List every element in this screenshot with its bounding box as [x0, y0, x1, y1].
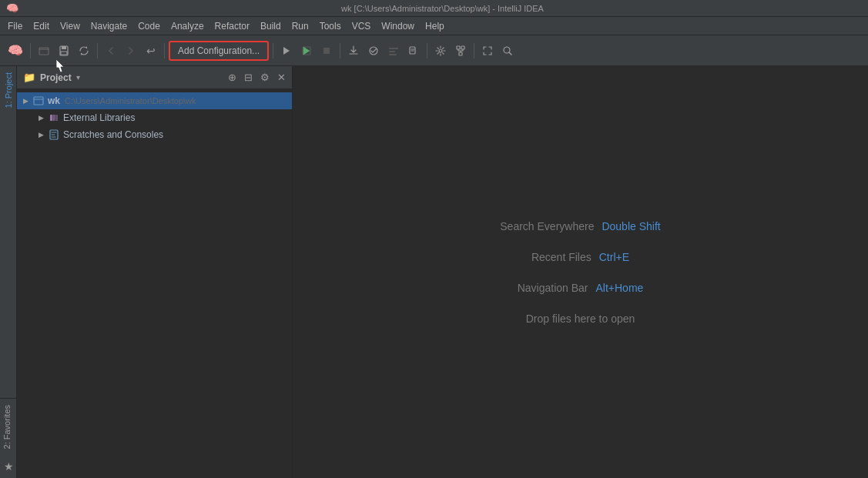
- build-project-button[interactable]: [344, 42, 363, 60]
- project-dropdown-arrow[interactable]: ▾: [76, 73, 80, 82]
- svg-rect-7: [323, 48, 330, 54]
- editor-area: Search Everywhere Double Shift Recent Fi…: [293, 66, 868, 478]
- fullscreen-button[interactable]: [478, 42, 497, 60]
- hint-navigation-bar-shortcut: Alt+Home: [595, 282, 643, 294]
- menu-edit[interactable]: Edit: [28, 19, 54, 33]
- debug-button[interactable]: [297, 42, 316, 60]
- menu-analyze[interactable]: Analyze: [166, 19, 209, 33]
- tree-item-scratches[interactable]: ▶ Scratches and Consoles: [17, 126, 292, 143]
- menu-help[interactable]: Help: [421, 19, 449, 33]
- module-icon: [32, 95, 45, 107]
- synchronize-button[interactable]: [75, 42, 93, 60]
- search-everywhere-toolbar-button[interactable]: [498, 42, 517, 60]
- profile-button[interactable]: [384, 42, 403, 60]
- tree-item-wk-path: C:\Users\Administrator\Desktop\wk: [65, 96, 196, 105]
- menu-bar: File Edit View Navigate Code Analyze Ref…: [0, 17, 868, 35]
- add-configuration-button[interactable]: Add Configuration...: [169, 41, 269, 61]
- expand-arrow-ext-libs: ▶: [39, 114, 48, 122]
- sidebar-item-favorites[interactable]: 2: Favorites: [0, 399, 14, 455]
- toolbar: 🧠 ↩ Add Config: [0, 35, 868, 66]
- window-title: wk [C:\Users\Administrator\Desktop\wk] -…: [341, 4, 544, 13]
- svg-rect-20: [53, 115, 55, 121]
- find-usages-button[interactable]: [404, 42, 423, 60]
- svg-marker-4: [283, 47, 290, 55]
- menu-file[interactable]: File: [3, 19, 27, 33]
- menu-navigate[interactable]: Navigate: [86, 19, 132, 33]
- hint-search-everywhere-shortcut: Double Shift: [602, 220, 660, 232]
- tree-item-wk[interactable]: ▶ wk C:\Users\Administrator\Desktop\wk: [17, 92, 292, 109]
- hint-search-everywhere-label: Search Everywhere: [500, 220, 594, 232]
- project-tree: ▶ wk C:\Users\Administrator\Desktop\wk ▶: [17, 89, 292, 478]
- favorites-strip: 2: Favorites ★: [0, 398, 17, 478]
- separator-2: [97, 43, 98, 58]
- svg-rect-2: [62, 46, 66, 49]
- hint-drop-files: Drop files here to open: [526, 313, 635, 325]
- separator-5: [340, 43, 340, 58]
- separator-4: [273, 43, 273, 58]
- app-icon: 🧠: [6, 2, 18, 14]
- hint-recent-files-shortcut: Ctrl+E: [599, 251, 629, 263]
- undo-button[interactable]: ↩: [142, 42, 160, 60]
- save-button[interactable]: [55, 42, 73, 60]
- menu-code[interactable]: Code: [133, 19, 165, 33]
- settings-gear-icon[interactable]: ⚙: [260, 72, 270, 83]
- svg-rect-10: [389, 51, 395, 52]
- tree-item-scratches-label: Scratches and Consoles: [63, 129, 163, 140]
- svg-marker-5: [303, 47, 310, 55]
- svg-rect-3: [61, 52, 67, 55]
- menu-vcs[interactable]: VCS: [347, 19, 376, 33]
- hint-drop-files-label: Drop files here to open: [526, 313, 635, 325]
- project-panel-title: Project: [40, 72, 72, 83]
- hint-recent-files: Recent Files Ctrl+E: [531, 251, 629, 263]
- separator-6: [427, 43, 427, 58]
- project-header: 📁 Project ▾ ⊕ ⊟ ⚙ ✕: [17, 66, 292, 89]
- svg-rect-11: [389, 54, 397, 55]
- library-icon: [48, 112, 60, 124]
- title-bar: 🧠 wk [C:\Users\Administrator\Desktop\wk]…: [0, 0, 868, 17]
- locate-file-icon[interactable]: ⊟: [244, 72, 253, 83]
- expand-arrow-scratches: ▶: [39, 131, 48, 139]
- separator-3: [164, 43, 165, 58]
- stop-button[interactable]: [317, 42, 336, 60]
- open-file-button[interactable]: [35, 42, 53, 60]
- hint-recent-files-label: Recent Files: [531, 251, 592, 263]
- close-panel-icon[interactable]: ✕: [277, 72, 286, 83]
- hint-navigation-bar-label: Navigation Bar: [518, 282, 588, 294]
- scratches-icon: [48, 129, 60, 141]
- hint-navigation-bar: Navigation Bar Alt+Home: [518, 282, 644, 294]
- hint-search-everywhere: Search Everywhere Double Shift: [500, 220, 660, 232]
- coverage-button[interactable]: [364, 42, 383, 60]
- settings-button[interactable]: [431, 42, 450, 60]
- svg-rect-0: [39, 48, 49, 55]
- favorites-star-icon[interactable]: ★: [0, 455, 17, 478]
- expand-arrow-wk: ▶: [23, 97, 32, 105]
- menu-window[interactable]: Window: [377, 19, 419, 33]
- menu-tools[interactable]: Tools: [315, 19, 346, 33]
- separator-7: [474, 43, 474, 58]
- separator-1: [30, 43, 31, 58]
- menu-view[interactable]: View: [55, 19, 85, 33]
- menu-refactor[interactable]: Refactor: [210, 19, 254, 33]
- tree-item-ext-libs-label: External Libraries: [63, 112, 135, 123]
- menu-run[interactable]: Run: [287, 19, 313, 33]
- svg-rect-9: [389, 48, 398, 49]
- run-button[interactable]: [277, 42, 296, 60]
- tree-item-wk-label: wk: [48, 95, 60, 106]
- svg-rect-21: [55, 115, 58, 121]
- svg-point-13: [439, 49, 442, 52]
- svg-rect-19: [50, 115, 52, 121]
- tree-item-external-libraries[interactable]: ▶ External Libraries: [17, 109, 292, 126]
- svg-rect-18: [34, 97, 43, 105]
- collapse-all-icon[interactable]: ⊕: [228, 72, 236, 83]
- app-logo-icon: 🧠: [5, 42, 26, 60]
- project-structure-button[interactable]: [451, 42, 470, 60]
- sidebar-item-project[interactable]: 1: Project: [2, 66, 15, 114]
- folder-icon: 📁: [23, 72, 35, 83]
- project-panel: 📁 Project ▾ ⊕ ⊟ ⚙ ✕ ▶ wk C:\U: [17, 66, 293, 478]
- forward-button[interactable]: [122, 42, 140, 60]
- back-button[interactable]: [102, 42, 120, 60]
- main-layout: 1: Project 📁 Project ▾ ⊕ ⊟ ⚙ ✕ ▶: [0, 66, 868, 478]
- menu-build[interactable]: Build: [256, 19, 286, 33]
